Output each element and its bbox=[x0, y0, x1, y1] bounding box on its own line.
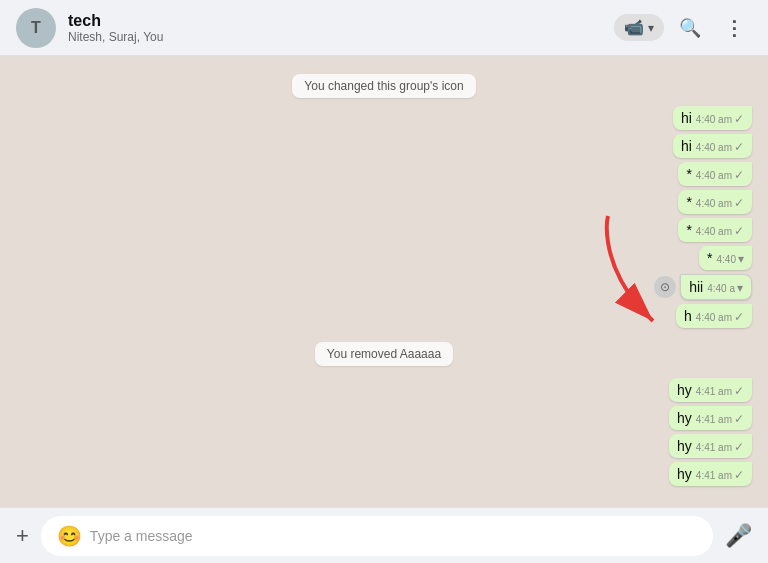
message-meta: 4:41 am ✓ bbox=[696, 440, 744, 454]
message-time: 4:40 am bbox=[696, 312, 732, 323]
message-row: * 4:40 am ✓ bbox=[16, 218, 752, 242]
video-chevron-icon: ▾ bbox=[648, 21, 654, 35]
message-row: hi 4:40 am ✓ bbox=[16, 106, 752, 130]
message-meta: 4:40 am ✓ bbox=[696, 112, 744, 126]
message-meta: 4:41 am ✓ bbox=[696, 468, 744, 482]
message-meta: 4:41 am ✓ bbox=[696, 412, 744, 426]
video-call-button[interactable]: 📹 ▾ bbox=[614, 14, 664, 41]
message-row: h 4:40 am ✓ bbox=[16, 304, 752, 328]
message-meta: 4:40 am ✓ bbox=[696, 224, 744, 238]
message-status-icon: ▾ bbox=[738, 252, 744, 266]
group-avatar[interactable]: t bbox=[16, 8, 56, 48]
message-text: h bbox=[684, 308, 692, 324]
system-message: You removed Aaaaaa bbox=[16, 342, 752, 366]
message-time: 4:40 bbox=[717, 254, 736, 265]
sent-bubble[interactable]: hii 4:40 a ▾ bbox=[680, 274, 752, 300]
message-meta: 4:40 ▾ bbox=[717, 252, 744, 266]
attach-button[interactable]: + bbox=[16, 523, 29, 549]
message-meta: 4:41 am ✓ bbox=[696, 384, 744, 398]
message-status-icon: ▾ bbox=[737, 281, 743, 295]
chat-header: t tech Nitesh, Suraj, You 📹 ▾ 🔍 ⋮ bbox=[0, 0, 768, 56]
sent-bubble[interactable]: hy 4:41 am ✓ bbox=[669, 462, 752, 486]
sent-bubble[interactable]: * 4:40 ▾ bbox=[699, 246, 752, 270]
message-status-icon: ✓ bbox=[734, 196, 744, 210]
message-row: * 4:40 ▾ bbox=[16, 246, 752, 270]
message-time: 4:40 am bbox=[696, 142, 732, 153]
message-row: ⊙ hii 4:40 a ▾ bbox=[16, 274, 752, 300]
sent-bubble[interactable]: hy 4:41 am ✓ bbox=[669, 378, 752, 402]
emoji-button[interactable]: 😊 bbox=[57, 524, 82, 548]
message-input-container[interactable]: 😊 Type a message bbox=[41, 516, 713, 556]
message-placeholder[interactable]: Type a message bbox=[90, 528, 697, 544]
message-text: * bbox=[707, 250, 712, 266]
message-status-icon: ✓ bbox=[734, 112, 744, 126]
system-message-text: You changed this group's icon bbox=[304, 79, 463, 93]
message-text: hy bbox=[677, 410, 692, 426]
search-button[interactable]: 🔍 bbox=[672, 10, 708, 46]
message-text: hy bbox=[677, 466, 692, 482]
message-status-icon: ✓ bbox=[734, 310, 744, 324]
message-row: * 4:40 am ✓ bbox=[16, 190, 752, 214]
message-meta: 4:40 a ▾ bbox=[707, 281, 743, 295]
pending-clock-icon: ⊙ bbox=[654, 276, 676, 298]
sent-bubble[interactable]: h 4:40 am ✓ bbox=[676, 304, 752, 328]
message-status-icon: ✓ bbox=[734, 412, 744, 426]
messages-list: hi 4:40 am ✓ hi 4:40 am ✓ * 4 bbox=[16, 106, 752, 330]
message-meta: 4:40 am ✓ bbox=[696, 168, 744, 182]
sent-bubble[interactable]: hi 4:40 am ✓ bbox=[673, 134, 752, 158]
message-text: * bbox=[686, 166, 691, 182]
messages-list-2: hy 4:41 am ✓ hy 4:41 am ✓ hy 4:41 am bbox=[16, 378, 752, 488]
input-bar: + 😊 Type a message 🎤 bbox=[0, 507, 768, 563]
message-time: 4:41 am bbox=[696, 470, 732, 481]
sent-bubble[interactable]: * 4:40 am ✓ bbox=[678, 162, 752, 186]
group-name: tech bbox=[68, 12, 602, 30]
menu-button[interactable]: ⋮ bbox=[716, 10, 752, 46]
message-text: * bbox=[686, 222, 691, 238]
system-message-bubble: You changed this group's icon bbox=[292, 74, 475, 98]
message-row: hy 4:41 am ✓ bbox=[16, 434, 752, 458]
message-time: 4:40 am bbox=[696, 114, 732, 125]
header-actions: 📹 ▾ 🔍 ⋮ bbox=[614, 10, 752, 46]
sent-bubble[interactable]: * 4:40 am ✓ bbox=[678, 218, 752, 242]
header-info[interactable]: tech Nitesh, Suraj, You bbox=[68, 12, 602, 44]
message-meta: 4:40 am ✓ bbox=[696, 140, 744, 154]
chat-area: You changed this group's icon hi 4:40 am… bbox=[0, 56, 768, 507]
system-message-text: You removed Aaaaaa bbox=[327, 347, 441, 361]
message-status-icon: ✓ bbox=[734, 468, 744, 482]
message-time: 4:40 am bbox=[696, 226, 732, 237]
message-status-icon: ✓ bbox=[734, 224, 744, 238]
message-text: hy bbox=[677, 382, 692, 398]
message-time: 4:41 am bbox=[696, 386, 732, 397]
message-status-icon: ✓ bbox=[734, 384, 744, 398]
message-row: hy 4:41 am ✓ bbox=[16, 406, 752, 430]
system-message: You changed this group's icon bbox=[16, 74, 752, 98]
message-text: * bbox=[686, 194, 691, 210]
message-time: 4:41 am bbox=[696, 442, 732, 453]
video-icon: 📹 bbox=[624, 18, 644, 37]
message-row: hi 4:40 am ✓ bbox=[16, 134, 752, 158]
search-icon: 🔍 bbox=[679, 17, 701, 39]
sent-bubble[interactable]: hy 4:41 am ✓ bbox=[669, 406, 752, 430]
message-row: hy 4:41 am ✓ bbox=[16, 378, 752, 402]
message-row: * 4:40 am ✓ bbox=[16, 162, 752, 186]
message-time: 4:40 am bbox=[696, 198, 732, 209]
sent-bubble[interactable]: * 4:40 am ✓ bbox=[678, 190, 752, 214]
message-text: hy bbox=[677, 438, 692, 454]
mic-button[interactable]: 🎤 bbox=[725, 523, 752, 549]
message-meta: 4:40 am ✓ bbox=[696, 310, 744, 324]
message-text: hi bbox=[681, 138, 692, 154]
sent-bubble[interactable]: hy 4:41 am ✓ bbox=[669, 434, 752, 458]
message-status-icon: ✓ bbox=[734, 168, 744, 182]
message-meta: 4:40 am ✓ bbox=[696, 196, 744, 210]
message-time: 4:40 a bbox=[707, 283, 735, 294]
system-message-bubble: You removed Aaaaaa bbox=[315, 342, 453, 366]
message-text: hi bbox=[681, 110, 692, 126]
more-options-icon: ⋮ bbox=[724, 16, 745, 40]
sent-bubble[interactable]: hi 4:40 am ✓ bbox=[673, 106, 752, 130]
message-time: 4:41 am bbox=[696, 414, 732, 425]
message-status-icon: ✓ bbox=[734, 140, 744, 154]
message-row: hy 4:41 am ✓ bbox=[16, 462, 752, 486]
group-members: Nitesh, Suraj, You bbox=[68, 30, 602, 44]
message-text: hii bbox=[689, 279, 703, 295]
message-status-icon: ✓ bbox=[734, 440, 744, 454]
